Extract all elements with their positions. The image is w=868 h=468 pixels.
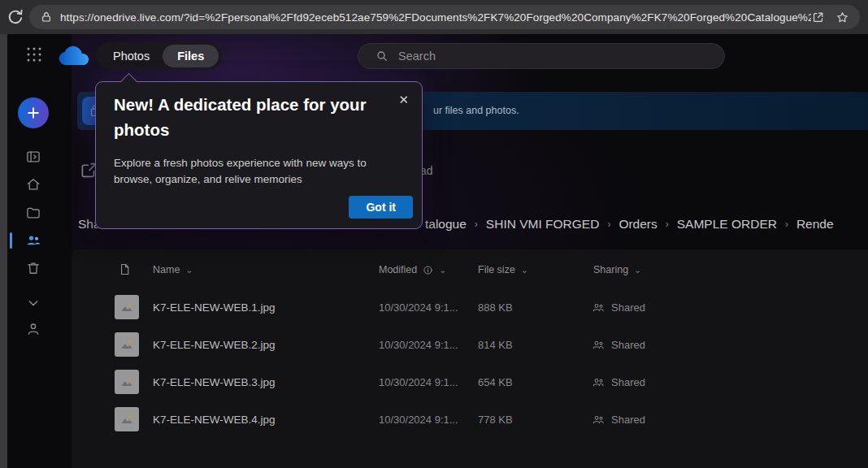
photos-teaching-popup: New! A dedicated place for your photos ✕… (95, 81, 423, 229)
breadcrumb-item[interactable]: talogue (425, 217, 467, 231)
sort-caret-icon: ⌄ (439, 266, 446, 274)
app-launcher-icon[interactable] (26, 46, 42, 63)
tab-files[interactable]: Files (163, 45, 219, 67)
file-name[interactable]: K7-ELE-NEW-WEB.2.jpg (153, 326, 276, 363)
breadcrumb-item[interactable]: Orders (618, 217, 657, 231)
sort-caret-icon: ⌄ (521, 266, 528, 274)
file-name[interactable]: K7-ELE-NEW-WEB.3.jpg (153, 363, 276, 401)
file-modified: 10/30/2024 9:1... (379, 288, 458, 326)
table-header-row: Name ⌄ Modified ⌄ File size ⌄ (72, 258, 868, 282)
sidebar-item-my-files[interactable] (25, 205, 41, 221)
breadcrumb-separator: › (599, 219, 618, 230)
photos-files-toggle: Photos Files (97, 42, 222, 70)
file-modified: 10/30/2024 9:1... (379, 326, 458, 363)
image-thumbnail-icon (115, 332, 139, 357)
breadcrumb-item[interactable]: Rende (796, 217, 834, 231)
file-name[interactable]: K7-ELE-NEW-WEB.4.jpg (153, 401, 276, 438)
sidebar-item-home[interactable] (25, 176, 41, 193)
image-thumbnail-icon (115, 295, 139, 319)
shared-people-icon (592, 301, 605, 314)
file-sharing[interactable]: Shared (592, 326, 645, 363)
got-it-button[interactable]: Got it (349, 196, 413, 219)
tab-photos[interactable]: Photos (100, 50, 163, 63)
image-thumbnail-icon (115, 370, 139, 394)
sidebar-item-gallery[interactable] (25, 149, 41, 165)
active-nav-indicator (10, 232, 12, 249)
file-size: 814 KB (478, 326, 513, 363)
lock-icon (40, 11, 53, 24)
sidebar-profile-icon[interactable] (25, 321, 41, 337)
file-sharing[interactable]: Shared (592, 401, 645, 438)
table-row[interactable]: K7-ELE-NEW-WEB.1.jpg 10/30/2024 9:1... 8… (72, 288, 868, 326)
onedrive-app: Photos Files Search (0, 34, 868, 468)
screen: https://onedrive.live.com/?id=%2Fpersona… (0, 0, 868, 468)
file-size: 888 KB (478, 288, 513, 326)
address-bar[interactable]: https://onedrive.live.com/?id=%2Fpersona… (29, 5, 860, 29)
column-header-name[interactable]: Name ⌄ (153, 258, 193, 282)
breadcrumb-separator: › (467, 219, 486, 230)
favorite-star-icon[interactable] (835, 11, 849, 24)
window-edge (0, 34, 7, 468)
image-thumbnail-icon (115, 407, 139, 431)
popup-beak (120, 73, 137, 90)
file-name[interactable]: K7-ELE-NEW-WEB.1.jpg (153, 288, 276, 326)
banner-text-fragment: ur files and photos. (433, 105, 519, 116)
popup-title: New! A dedicated place for your photos (114, 93, 384, 143)
table-row[interactable]: K7-ELE-NEW-WEB.4.jpg 10/30/2024 9:1... 7… (72, 401, 868, 438)
file-size: 778 KB (478, 401, 513, 438)
sidebar-item-shared[interactable] (25, 232, 41, 249)
breadcrumb-item[interactable]: SAMPLE ORDER (677, 217, 777, 231)
breadcrumb: talogue›SHIN VMI FORGED›Orders›SAMPLE OR… (425, 214, 868, 235)
popup-body: Explore a fresh photos experience with n… (114, 155, 397, 189)
sort-caret-icon: ⌄ (185, 266, 193, 274)
file-modified: 10/30/2024 9:1... (379, 401, 458, 438)
column-header-modified[interactable]: Modified ⌄ (379, 258, 446, 282)
file-sharing[interactable]: Shared (592, 288, 645, 326)
column-header-sharing[interactable]: Sharing ⌄ (593, 258, 641, 282)
file-size: 654 KB (478, 363, 513, 401)
onedrive-logo-icon[interactable] (55, 44, 91, 68)
table-row[interactable]: K7-ELE-NEW-WEB.2.jpg 10/30/2024 9:1... 8… (72, 326, 868, 363)
shared-people-icon (592, 338, 605, 352)
reload-icon[interactable] (6, 7, 25, 27)
table-row[interactable]: K7-ELE-NEW-WEB.3.jpg 10/30/2024 9:1... 6… (72, 363, 868, 401)
breadcrumb-separator: › (777, 219, 796, 230)
sort-caret-icon: ⌄ (634, 266, 641, 274)
document-type-icon (118, 262, 132, 276)
search-placeholder: Search (398, 50, 436, 63)
info-icon (423, 265, 433, 275)
file-sharing[interactable]: Shared (592, 363, 645, 401)
search-input[interactable]: Search (358, 43, 725, 69)
shared-people-icon (592, 413, 605, 427)
search-icon (375, 50, 388, 63)
breadcrumb-item[interactable]: SHIN VMI FORGED (486, 217, 600, 231)
url-text: https://onedrive.live.com/?id=%2Fpersona… (60, 11, 811, 24)
sidebar-item-recycle-bin[interactable] (25, 260, 41, 276)
file-modified: 10/30/2024 9:1... (379, 363, 458, 401)
sidebar-expand-chevron-icon[interactable] (25, 295, 41, 311)
shared-people-icon (592, 375, 605, 389)
column-header-file-size[interactable]: File size ⌄ (478, 258, 528, 282)
breadcrumb-separator: › (658, 219, 677, 230)
close-icon[interactable]: ✕ (398, 93, 409, 107)
file-list-panel: Name ⌄ Modified ⌄ File size ⌄ (72, 249, 868, 468)
create-new-button[interactable] (18, 98, 49, 128)
open-in-new-icon[interactable] (811, 11, 825, 24)
browser-toolbar: https://onedrive.live.com/?id=%2Fpersona… (0, 0, 868, 34)
